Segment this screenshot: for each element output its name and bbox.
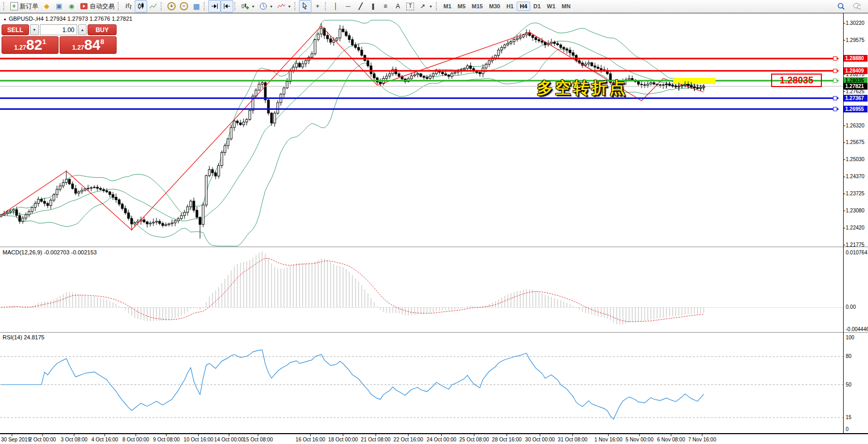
price-chart-canvas[interactable] [0, 13, 868, 444]
new-order-button[interactable]: +新订单 [8, 0, 40, 12]
arrows-button[interactable]: ↗▼ [417, 0, 435, 12]
bar-chart-button[interactable] [122, 0, 135, 12]
price-axis-tick[interactable]: 1.24370 [846, 174, 864, 180]
channel-button[interactable]: ∥ [367, 0, 379, 12]
timeframe-h1-button[interactable]: H1 [503, 2, 517, 11]
text-button[interactable]: A [392, 0, 404, 12]
fibonacci-button[interactable]: ≡ [379, 0, 392, 12]
bid-price-panel[interactable]: 1.27 82 1 [2, 36, 59, 54]
price-axis-tick[interactable]: 1.23080 [846, 208, 864, 214]
chart-shift-button[interactable] [221, 0, 233, 12]
line-anchor-handle[interactable] [833, 56, 837, 60]
timeframe-mn-button[interactable]: MN [559, 2, 574, 11]
timeframe-m30-button[interactable]: M30 [486, 2, 503, 11]
time-axis-label[interactable]: 30 Sep 2019 [1, 437, 31, 442]
timeframe-w1-button[interactable]: W1 [544, 2, 559, 11]
price-axis-tick[interactable]: 1.21775 [846, 242, 864, 248]
time-axis-label[interactable]: 25 Oct 08:00 [459, 437, 489, 442]
horizontal-line-button[interactable]: ─ [342, 0, 354, 12]
price-axis-tick[interactable]: 1.29575 [846, 37, 864, 44]
timeframe-m1-button[interactable]: M1 [440, 2, 454, 11]
time-axis-label[interactable]: 31 Oct 08:00 [558, 437, 587, 442]
toolbar-grip[interactable] [325, 2, 328, 10]
line-anchor-handle[interactable] [833, 79, 837, 82]
line-chart-button[interactable] [147, 0, 160, 12]
zigzag-line[interactable] [1, 26, 704, 230]
highlight-rectangle[interactable] [673, 78, 716, 84]
time-axis-label[interactable]: 21 Oct 08:00 [361, 437, 390, 442]
candle-chart-button[interactable] [135, 0, 147, 12]
toolbar-grip[interactable] [161, 2, 163, 10]
price-axis-tick[interactable]: 1.26320 [846, 123, 864, 129]
timeframe-d1-button[interactable]: D1 [530, 2, 544, 11]
profiles-button[interactable]: ▼ [257, 0, 275, 12]
time-axis-label[interactable]: 7 Nov 16:00 [688, 437, 716, 442]
chart-window[interactable]: ▲ GBPUSD-,H4 1.27934 1.27973 1.27676 1.2… [0, 13, 868, 444]
zoom-in-button[interactable]: + [165, 0, 178, 12]
time-axis-label[interactable]: 2 Oct 00:00 [29, 437, 56, 442]
search-button[interactable] [835, 0, 847, 12]
label-button[interactable]: T [404, 0, 417, 12]
price-line-label[interactable]: 1.27367 [844, 95, 867, 102]
volume-decrease-button[interactable]: ▼ [30, 24, 39, 35]
price-line-label[interactable]: 1.28880 [844, 55, 867, 62]
toolbar-grip[interactable] [204, 2, 206, 10]
time-axis-label[interactable]: 30 Oct 00:00 [525, 437, 554, 442]
zoom-out-button[interactable]: − [178, 0, 190, 12]
line-anchor-handle[interactable] [833, 96, 837, 100]
crosshair-button[interactable]: + [311, 0, 324, 12]
price-callout-label[interactable]: 1.28035 [771, 74, 822, 87]
toolbar-grip[interactable] [294, 2, 297, 10]
price-axis-tick[interactable]: 1.25675 [846, 139, 864, 146]
buy-button[interactable]: BUY [88, 24, 117, 35]
time-axis-label[interactable]: 24 Oct 00:00 [426, 437, 456, 442]
auto-scroll-button[interactable] [208, 0, 221, 12]
time-axis-label[interactable]: 4 Oct 16:00 [91, 437, 118, 442]
price-axis-tick[interactable]: 1.25030 [846, 156, 864, 163]
toolbar-grip[interactable] [118, 2, 120, 10]
time-axis-label[interactable]: 3 Oct 08:00 [61, 437, 88, 442]
indicators-button[interactable]: ▼ [275, 0, 293, 12]
line-anchor-handle[interactable] [833, 69, 837, 73]
timeframe-m5-button[interactable]: M5 [454, 2, 468, 11]
time-axis-label[interactable]: 8 Oct 00:00 [122, 437, 149, 442]
price-axis-tick[interactable]: 1.22420 [846, 225, 864, 231]
time-axis-label[interactable]: 5 Nov 00:00 [625, 437, 653, 442]
line-anchor-handle[interactable] [833, 107, 837, 111]
sell-button[interactable]: SELL [2, 24, 29, 35]
market-watch-button[interactable]: ◆ [40, 0, 53, 12]
time-axis-label[interactable]: 16 Oct 16:00 [295, 437, 325, 442]
autotrade-button[interactable]: 自动交易 [78, 0, 117, 12]
chat-button[interactable] [850, 0, 863, 12]
toolbar-grip[interactable] [234, 2, 237, 10]
trendline-button[interactable]: ╱ [354, 0, 367, 12]
time-axis-label[interactable]: 18 Oct 00:00 [328, 437, 358, 442]
price-axis-tick[interactable]: 1.30220 [846, 20, 864, 26]
price-line-label[interactable]: 1.28409 [844, 67, 867, 74]
time-axis-label[interactable]: 10 Oct 16:00 [183, 437, 213, 442]
time-axis-label[interactable]: 22 Oct 16:00 [393, 437, 423, 442]
price-axis-tick[interactable]: 1.23725 [846, 191, 864, 197]
new-chart-button[interactable]: ▼ [239, 0, 257, 12]
time-axis-label[interactable]: 15 Oct 08:00 [243, 437, 273, 442]
data-window-button[interactable]: ▣ [53, 0, 65, 12]
volume-increase-button[interactable]: ▲ [78, 24, 87, 35]
timeframe-h4-button[interactable]: H4 [517, 2, 530, 11]
time-axis-label[interactable]: 1 Nov 16:00 [594, 437, 622, 442]
vertical-line-button[interactable]: │ [330, 0, 342, 12]
time-axis-label[interactable]: 9 Oct 08:00 [153, 437, 180, 442]
turning-point-annotation[interactable]: 多空转折点 [537, 77, 628, 99]
navigator-button[interactable]: ◉ [65, 0, 78, 12]
tile-windows-button[interactable]: ▦ [190, 0, 203, 12]
ask-price-panel[interactable]: 1.27 84 8 [60, 36, 117, 54]
toolbar-grip[interactable] [436, 2, 438, 10]
toolbar-grip[interactable] [3, 2, 6, 10]
volume-input[interactable] [40, 24, 77, 35]
time-axis-label[interactable]: 6 Nov 08:00 [657, 437, 685, 442]
price-line-label[interactable]: 1.26955 [844, 106, 867, 112]
collapse-arrow-icon[interactable]: ▲ [3, 17, 7, 21]
time-axis-label[interactable]: 14 Oct 00:00 [214, 437, 244, 442]
cursor-button[interactable] [299, 0, 311, 12]
time-axis-label[interactable]: 28 Oct 16:00 [492, 437, 521, 442]
timeframe-m15-button[interactable]: M15 [468, 2, 486, 11]
